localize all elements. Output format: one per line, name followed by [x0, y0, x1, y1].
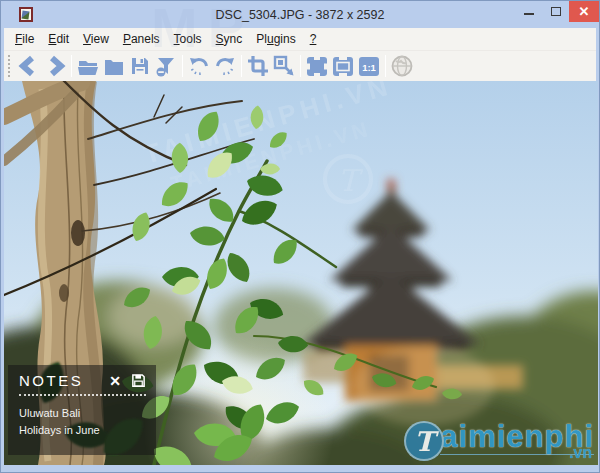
rotate-ccw-icon: [187, 54, 211, 78]
fit-frame-button[interactable]: [330, 53, 356, 79]
close-button[interactable]: ✕: [569, 0, 599, 22]
menu-help[interactable]: ?: [303, 29, 324, 49]
actual-size-button[interactable]: 1:1: [356, 53, 382, 79]
fit-frame-icon: [331, 54, 355, 78]
image-canvas[interactable]: TAIMIENPHI.VN TAIMIENPHI.VN T: [4, 81, 598, 465]
close-icon: ✕: [579, 4, 590, 19]
toolbar-separator: [241, 55, 242, 77]
actual-size-icon: 1:1: [357, 54, 381, 78]
toolbar-separator: [385, 55, 386, 77]
app-window: MP DSC_5304.JPG - 3872 x 2592 ✕ File Edi…: [0, 0, 600, 473]
export-selection-icon: [272, 54, 296, 78]
rotate-cw-icon: [213, 54, 237, 78]
filter-remove-icon: [154, 54, 178, 78]
open-file-icon: [76, 54, 100, 78]
crop-icon: [246, 54, 270, 78]
toolbar-grip[interactable]: [8, 55, 13, 77]
toolbar-separator: [182, 55, 183, 77]
filter-remove-button[interactable]: [153, 53, 179, 79]
save-button[interactable]: [127, 53, 153, 79]
menu-tools[interactable]: Tools: [167, 29, 209, 49]
notes-line-2: Holidays in June: [19, 422, 146, 439]
open-folder-icon: [102, 54, 126, 78]
menu-view[interactable]: View: [76, 29, 116, 49]
menu-sync[interactable]: Sync: [209, 29, 250, 49]
menu-bar: File Edit View Panels Tools Sync Plugins…: [4, 28, 596, 51]
window-title: DSC_5304.JPG - 3872 x 2592: [4, 8, 596, 22]
rotate-ccw-button[interactable]: [186, 53, 212, 79]
notes-save-icon[interactable]: [131, 373, 146, 388]
rotate-cw-button[interactable]: [212, 53, 238, 79]
toolbar-separator: [300, 55, 301, 77]
title-bar[interactable]: DSC_5304.JPG - 3872 x 2592 ✕: [4, 1, 596, 28]
zoom-to-fit-icon: [305, 54, 329, 78]
crop-button[interactable]: [245, 53, 271, 79]
menu-file[interactable]: File: [8, 29, 41, 49]
toolbar: 1:1: [4, 51, 596, 81]
open-file-button[interactable]: [75, 53, 101, 79]
next-image-button[interactable]: [42, 53, 68, 79]
toolbar-separator: [71, 55, 72, 77]
menu-panels[interactable]: Panels: [116, 29, 167, 49]
export-selection-button[interactable]: [271, 53, 297, 79]
open-folder-button[interactable]: [101, 53, 127, 79]
maximize-button[interactable]: [542, 0, 569, 22]
app-icon: [19, 7, 33, 22]
notes-line-1: Uluwatu Bali: [19, 405, 146, 422]
notes-panel-title: NOTES: [19, 372, 109, 389]
map-sync-button[interactable]: [389, 53, 415, 79]
previous-image-button[interactable]: [16, 53, 42, 79]
notes-close-icon[interactable]: ✕: [109, 373, 121, 389]
minimize-button[interactable]: [515, 0, 542, 22]
notes-divider: [19, 394, 146, 396]
notes-panel: NOTES ✕ Uluwatu Bali Holidays in June: [8, 365, 156, 455]
zoom-to-fit-button[interactable]: [304, 53, 330, 79]
previous-image-icon: [17, 54, 41, 78]
maximize-icon: [551, 7, 561, 16]
svg-text:1:1: 1:1: [362, 62, 376, 73]
next-image-icon: [43, 54, 67, 78]
notes-text[interactable]: Uluwatu Bali Holidays in June: [19, 405, 146, 439]
minimize-icon: [524, 13, 534, 15]
save-icon: [128, 54, 152, 78]
menu-edit[interactable]: Edit: [41, 29, 76, 49]
globe-icon: [390, 54, 414, 78]
menu-plugins[interactable]: Plugins: [249, 29, 302, 49]
